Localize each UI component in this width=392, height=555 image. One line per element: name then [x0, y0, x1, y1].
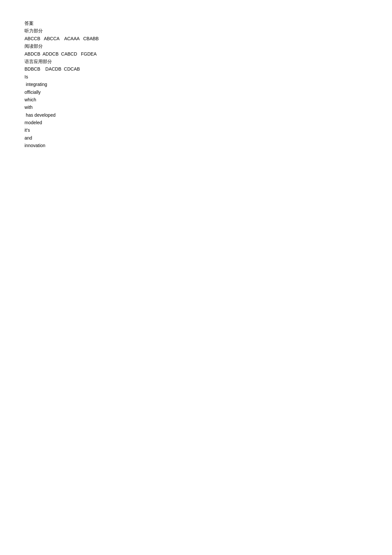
word-6: has developed — [24, 111, 392, 119]
title-line: 答案 — [24, 20, 392, 27]
reading-section-label: 阅读部分 — [24, 42, 392, 50]
word-7: modeled — [24, 119, 392, 126]
word-9: and — [24, 134, 392, 142]
word-10: innovation — [24, 142, 392, 149]
reading-answers: ABDCB ADDCB CABCD FGDEA — [24, 50, 392, 58]
word-1: Is — [24, 73, 392, 80]
listening-section-label: 听力部分 — [24, 27, 392, 34]
word-3: officially — [24, 89, 392, 96]
word-5: with — [24, 104, 392, 111]
language-section-label: 语言应用部分 — [24, 58, 392, 65]
listening-answers: ABCCB ABCCA ACAAA CBABB — [24, 35, 392, 42]
word-8: it's — [24, 126, 392, 134]
word-2: integrating — [24, 81, 392, 88]
language-answers: BDBCB DACDB CDCAB — [24, 65, 392, 73]
word-4: which — [24, 96, 392, 103]
main-content: 答案 听力部分 ABCCB ABCCA ACAAA CBABB 阅读部分 ABD… — [0, 0, 392, 149]
